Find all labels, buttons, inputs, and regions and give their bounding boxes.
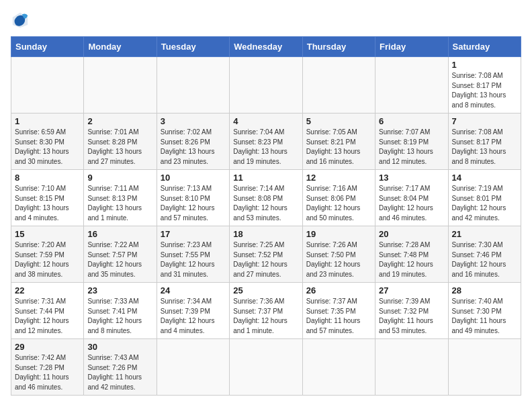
calendar-cell: 19 Sunrise: 7:26 AM Sunset: 7:50 PM Dayl… (302, 226, 375, 283)
calendar-header-wednesday: Wednesday (230, 37, 302, 57)
calendar-week-5: 29 Sunrise: 7:42 AM Sunset: 7:28 PM Dayl… (11, 339, 521, 396)
calendar-cell: 5 Sunrise: 7:05 AM Sunset: 8:21 PM Dayli… (302, 113, 375, 170)
calendar-cell: 16 Sunrise: 7:22 AM Sunset: 7:57 PM Dayl… (84, 226, 157, 283)
day-info: Sunrise: 7:01 AM Sunset: 8:28 PM Dayligh… (87, 128, 152, 167)
calendar-cell (448, 339, 521, 396)
calendar-cell: 1 Sunrise: 6:59 AM Sunset: 8:30 PM Dayli… (11, 113, 84, 170)
calendar-cell: 11 Sunrise: 7:14 AM Sunset: 8:08 PM Dayl… (230, 170, 302, 226)
day-number: 13 (379, 173, 444, 183)
day-info: Sunrise: 7:25 AM Sunset: 7:52 PM Dayligh… (233, 240, 298, 279)
day-info: Sunrise: 7:33 AM Sunset: 7:41 PM Dayligh… (87, 297, 152, 336)
calendar-header-saturday: Saturday (448, 37, 521, 57)
calendar-week-3: 15 Sunrise: 7:20 AM Sunset: 7:59 PM Dayl… (11, 226, 521, 283)
day-info: Sunrise: 7:37 AM Sunset: 7:35 PM Dayligh… (306, 297, 371, 336)
calendar-cell: 4 Sunrise: 7:04 AM Sunset: 8:23 PM Dayli… (230, 113, 302, 170)
day-number: 7 (452, 116, 517, 126)
day-info: Sunrise: 7:07 AM Sunset: 8:19 PM Dayligh… (379, 128, 444, 167)
calendar-header-row: SundayMondayTuesdayWednesdayThursdayFrid… (11, 37, 521, 57)
calendar-cell: 1 Sunrise: 7:08 AM Sunset: 8:17 PM Dayli… (448, 57, 521, 113)
day-info: Sunrise: 7:17 AM Sunset: 8:04 PM Dayligh… (379, 184, 444, 223)
day-number: 4 (233, 116, 298, 126)
calendar-cell: 17 Sunrise: 7:23 AM Sunset: 7:55 PM Dayl… (157, 226, 229, 283)
calendar-header-monday: Monday (84, 37, 157, 57)
day-number: 27 (379, 285, 444, 295)
calendar-cell: 2 Sunrise: 7:01 AM Sunset: 8:28 PM Dayli… (84, 113, 157, 170)
day-info: Sunrise: 7:19 AM Sunset: 8:01 PM Dayligh… (452, 184, 517, 223)
calendar-cell (157, 57, 229, 113)
day-number: 25 (233, 285, 298, 295)
day-info: Sunrise: 7:11 AM Sunset: 8:13 PM Dayligh… (87, 184, 152, 223)
day-info: Sunrise: 7:42 AM Sunset: 7:28 PM Dayligh… (15, 353, 80, 392)
day-number: 6 (379, 116, 444, 126)
day-info: Sunrise: 6:59 AM Sunset: 8:30 PM Dayligh… (15, 128, 80, 167)
calendar-header-thursday: Thursday (302, 37, 375, 57)
day-info: Sunrise: 7:04 AM Sunset: 8:23 PM Dayligh… (233, 128, 298, 167)
day-number: 14 (452, 173, 517, 183)
day-info: Sunrise: 7:39 AM Sunset: 7:32 PM Dayligh… (379, 297, 444, 336)
calendar: SundayMondayTuesdayWednesdayThursdayFrid… (11, 36, 521, 396)
day-info: Sunrise: 7:16 AM Sunset: 8:06 PM Dayligh… (306, 184, 371, 223)
calendar-cell: 23 Sunrise: 7:33 AM Sunset: 7:41 PM Dayl… (84, 283, 157, 339)
day-number: 17 (161, 229, 226, 239)
calendar-cell: 12 Sunrise: 7:16 AM Sunset: 8:06 PM Dayl… (302, 170, 375, 226)
calendar-cell: 9 Sunrise: 7:11 AM Sunset: 8:13 PM Dayli… (84, 170, 157, 226)
day-number: 28 (452, 285, 517, 295)
day-number: 12 (306, 173, 371, 183)
day-number: 21 (452, 229, 517, 239)
day-number: 30 (87, 342, 152, 352)
day-number: 8 (15, 173, 80, 183)
calendar-cell (230, 339, 302, 396)
calendar-cell (11, 57, 84, 113)
calendar-cell: 13 Sunrise: 7:17 AM Sunset: 8:04 PM Dayl… (375, 170, 448, 226)
day-info: Sunrise: 7:08 AM Sunset: 8:17 PM Dayligh… (452, 71, 517, 110)
day-info: Sunrise: 7:34 AM Sunset: 7:39 PM Dayligh… (161, 297, 226, 336)
calendar-cell (302, 57, 375, 113)
calendar-cell (375, 57, 448, 113)
calendar-cell: 18 Sunrise: 7:25 AM Sunset: 7:52 PM Dayl… (230, 226, 302, 283)
day-info: Sunrise: 7:22 AM Sunset: 7:57 PM Dayligh… (87, 240, 152, 279)
calendar-cell: 25 Sunrise: 7:36 AM Sunset: 7:37 PM Dayl… (230, 283, 302, 339)
calendar-week-0: 1 Sunrise: 7:08 AM Sunset: 8:17 PM Dayli… (11, 57, 521, 113)
day-number: 15 (15, 229, 80, 239)
day-number: 1 (452, 60, 517, 70)
calendar-cell (375, 339, 448, 396)
logo-icon (11, 11, 30, 30)
calendar-cell: 14 Sunrise: 7:19 AM Sunset: 8:01 PM Dayl… (448, 170, 521, 226)
day-info: Sunrise: 7:43 AM Sunset: 7:26 PM Dayligh… (87, 353, 152, 392)
calendar-cell (157, 339, 229, 396)
calendar-week-2: 8 Sunrise: 7:10 AM Sunset: 8:15 PM Dayli… (11, 170, 521, 226)
day-info: Sunrise: 7:20 AM Sunset: 7:59 PM Dayligh… (15, 240, 80, 279)
calendar-week-4: 22 Sunrise: 7:31 AM Sunset: 7:44 PM Dayl… (11, 283, 521, 339)
calendar-week-1: 1 Sunrise: 6:59 AM Sunset: 8:30 PM Dayli… (11, 113, 521, 170)
calendar-cell: 21 Sunrise: 7:30 AM Sunset: 7:46 PM Dayl… (448, 226, 521, 283)
day-number: 29 (15, 342, 80, 352)
day-number: 2 (87, 116, 152, 126)
day-info: Sunrise: 7:26 AM Sunset: 7:50 PM Dayligh… (306, 240, 371, 279)
calendar-cell: 27 Sunrise: 7:39 AM Sunset: 7:32 PM Dayl… (375, 283, 448, 339)
calendar-cell: 3 Sunrise: 7:02 AM Sunset: 8:26 PM Dayli… (157, 113, 229, 170)
day-info: Sunrise: 7:08 AM Sunset: 8:17 PM Dayligh… (452, 128, 517, 167)
calendar-cell: 20 Sunrise: 7:28 AM Sunset: 7:48 PM Dayl… (375, 226, 448, 283)
calendar-header-tuesday: Tuesday (157, 37, 229, 57)
day-number: 22 (15, 285, 80, 295)
day-info: Sunrise: 7:02 AM Sunset: 8:26 PM Dayligh… (161, 128, 226, 167)
calendar-cell: 7 Sunrise: 7:08 AM Sunset: 8:17 PM Dayli… (448, 113, 521, 170)
day-info: Sunrise: 7:31 AM Sunset: 7:44 PM Dayligh… (15, 297, 80, 336)
day-number: 11 (233, 173, 298, 183)
day-number: 26 (306, 285, 371, 295)
logo (11, 11, 32, 30)
calendar-cell: 22 Sunrise: 7:31 AM Sunset: 7:44 PM Dayl… (11, 283, 84, 339)
day-number: 5 (306, 116, 371, 126)
day-info: Sunrise: 7:10 AM Sunset: 8:15 PM Dayligh… (15, 184, 80, 223)
calendar-header-sunday: Sunday (11, 37, 84, 57)
day-info: Sunrise: 7:14 AM Sunset: 8:08 PM Dayligh… (233, 184, 298, 223)
calendar-cell: 15 Sunrise: 7:20 AM Sunset: 7:59 PM Dayl… (11, 226, 84, 283)
day-number: 16 (87, 229, 152, 239)
calendar-cell: 6 Sunrise: 7:07 AM Sunset: 8:19 PM Dayli… (375, 113, 448, 170)
day-info: Sunrise: 7:30 AM Sunset: 7:46 PM Dayligh… (452, 240, 517, 279)
day-number: 3 (161, 116, 226, 126)
calendar-cell: 26 Sunrise: 7:37 AM Sunset: 7:35 PM Dayl… (302, 283, 375, 339)
calendar-cell (84, 57, 157, 113)
day-number: 24 (161, 285, 226, 295)
calendar-cell: 10 Sunrise: 7:13 AM Sunset: 8:10 PM Dayl… (157, 170, 229, 226)
